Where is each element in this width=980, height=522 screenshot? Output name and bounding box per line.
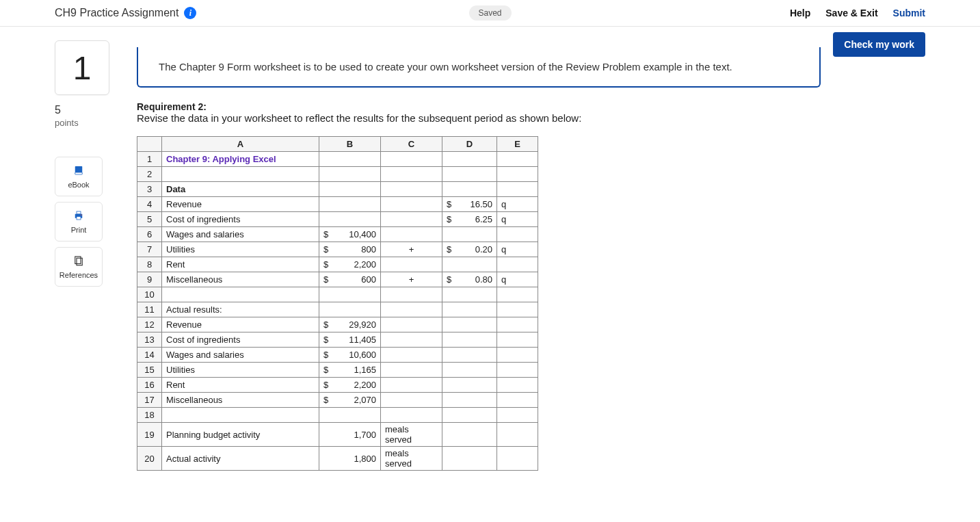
cell-A[interactable]: Utilities: [162, 242, 319, 257]
cell-E[interactable]: [497, 257, 538, 272]
cell-A[interactable]: Revenue: [162, 197, 319, 212]
cell-B[interactable]: $10,600: [319, 348, 381, 363]
cell-A[interactable]: Actual results:: [162, 302, 319, 317]
cell-C[interactable]: [381, 257, 442, 272]
info-icon[interactable]: i: [184, 7, 196, 19]
cell-A[interactable]: Wages and salaries: [162, 227, 319, 242]
cell-C[interactable]: +: [381, 242, 442, 257]
cell-C[interactable]: [381, 197, 442, 212]
cell-D[interactable]: [442, 378, 497, 393]
cell-E[interactable]: [497, 348, 538, 363]
cell-C[interactable]: meals served: [381, 447, 442, 471]
cell-D[interactable]: [442, 287, 497, 302]
cell-A[interactable]: Cost of ingredients: [162, 212, 319, 227]
cell-E[interactable]: [497, 378, 538, 393]
cell-B[interactable]: [319, 287, 381, 302]
cell-D[interactable]: [442, 408, 497, 423]
cell-B[interactable]: [319, 152, 381, 167]
cell-A[interactable]: Actual activity: [162, 447, 319, 471]
cell-B[interactable]: $2,070: [319, 393, 381, 408]
cell-C[interactable]: [381, 378, 442, 393]
cell-E[interactable]: [497, 447, 538, 471]
cell-B[interactable]: [319, 302, 381, 317]
cell-B[interactable]: $11,405: [319, 332, 381, 348]
cell-C[interactable]: [381, 393, 442, 408]
cell-E[interactable]: q: [497, 272, 538, 287]
cell-E[interactable]: [497, 317, 538, 332]
references-tool[interactable]: References: [55, 247, 103, 287]
cell-D[interactable]: [442, 167, 497, 182]
cell-D[interactable]: [442, 447, 497, 471]
cell-E[interactable]: [497, 227, 538, 242]
cell-A[interactable]: Miscellaneous: [162, 393, 319, 408]
cell-B[interactable]: [319, 197, 381, 212]
cell-B[interactable]: [319, 408, 381, 423]
cell-B[interactable]: $29,920: [319, 317, 381, 332]
cell-B[interactable]: $800: [319, 242, 381, 257]
cell-D[interactable]: [442, 348, 497, 363]
cell-B[interactable]: 1,800: [319, 447, 381, 471]
cell-E[interactable]: [497, 423, 538, 447]
cell-E[interactable]: [497, 363, 538, 378]
cell-D[interactable]: [442, 317, 497, 332]
cell-E[interactable]: [497, 152, 538, 167]
cell-A[interactable]: Rent: [162, 378, 319, 393]
cell-C[interactable]: [381, 227, 442, 242]
cell-E[interactable]: [497, 332, 538, 348]
cell-A[interactable]: Cost of ingredients: [162, 332, 319, 348]
cell-B[interactable]: $10,400: [319, 227, 381, 242]
cell-C[interactable]: [381, 363, 442, 378]
cell-A[interactable]: Utilities: [162, 363, 319, 378]
cell-B[interactable]: $2,200: [319, 257, 381, 272]
cell-C[interactable]: [381, 167, 442, 182]
cell-C[interactable]: [381, 287, 442, 302]
cell-D[interactable]: $16.50: [442, 197, 497, 212]
cell-B[interactable]: [319, 182, 381, 197]
cell-D[interactable]: $0.80: [442, 272, 497, 287]
cell-C[interactable]: [381, 348, 442, 363]
cell-A[interactable]: Data: [162, 182, 319, 197]
cell-E[interactable]: [497, 408, 538, 423]
cell-D[interactable]: [442, 227, 497, 242]
cell-E[interactable]: [497, 393, 538, 408]
cell-D[interactable]: [442, 257, 497, 272]
cell-D[interactable]: [442, 423, 497, 447]
cell-E[interactable]: q: [497, 242, 538, 257]
cell-C[interactable]: [381, 152, 442, 167]
cell-D[interactable]: [442, 393, 497, 408]
cell-E[interactable]: q: [497, 212, 538, 227]
cell-A[interactable]: Revenue: [162, 317, 319, 332]
cell-C[interactable]: [381, 408, 442, 423]
cell-C[interactable]: [381, 182, 442, 197]
check-my-work-button[interactable]: Check my work: [833, 32, 925, 57]
cell-B[interactable]: [319, 167, 381, 182]
help-link[interactable]: Help: [790, 8, 810, 18]
cell-A[interactable]: Planning budget activity: [162, 423, 319, 447]
cell-A[interactable]: [162, 167, 319, 182]
cell-B[interactable]: $1,165: [319, 363, 381, 378]
cell-D[interactable]: [442, 332, 497, 348]
cell-A[interactable]: Chapter 9: Applying Excel: [162, 152, 319, 167]
cell-E[interactable]: [497, 182, 538, 197]
cell-D[interactable]: [442, 302, 497, 317]
cell-E[interactable]: q: [497, 197, 538, 212]
cell-C[interactable]: meals served: [381, 423, 442, 447]
cell-A[interactable]: Miscellaneous: [162, 272, 319, 287]
cell-D[interactable]: [442, 182, 497, 197]
cell-C[interactable]: [381, 332, 442, 348]
cell-B[interactable]: $600: [319, 272, 381, 287]
cell-D[interactable]: [442, 152, 497, 167]
print-tool[interactable]: Print: [55, 202, 103, 242]
ebook-tool[interactable]: eBook: [55, 157, 103, 196]
cell-C[interactable]: [381, 317, 442, 332]
cell-D[interactable]: [442, 363, 497, 378]
cell-A[interactable]: [162, 287, 319, 302]
save-exit-link[interactable]: Save & Exit: [825, 8, 877, 18]
cell-B[interactable]: 1,700: [319, 423, 381, 447]
cell-E[interactable]: [497, 287, 538, 302]
submit-link[interactable]: Submit: [893, 8, 925, 18]
cell-B[interactable]: $2,200: [319, 378, 381, 393]
cell-A[interactable]: Rent: [162, 257, 319, 272]
cell-A[interactable]: Wages and salaries: [162, 348, 319, 363]
cell-D[interactable]: $0.20: [442, 242, 497, 257]
